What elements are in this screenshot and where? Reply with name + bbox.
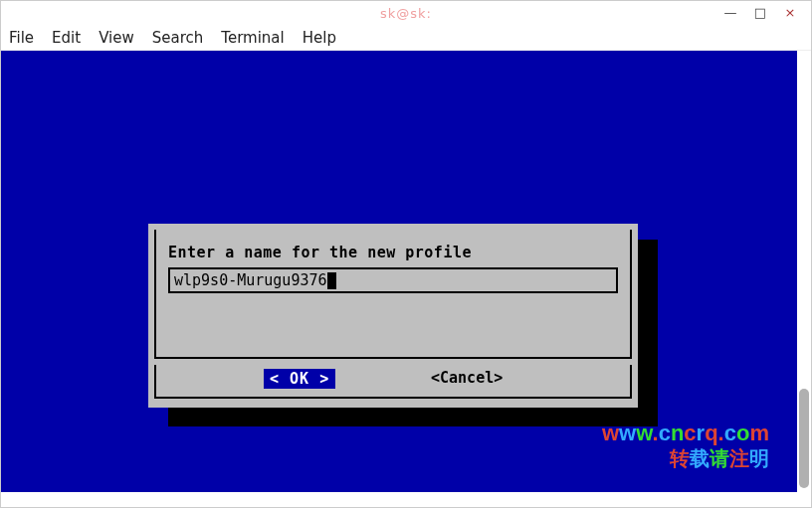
profile-name-input-value: wlp9s0-Murugu9376 bbox=[174, 271, 327, 289]
profile-name-input[interactable]: wlp9s0-Murugu9376 bbox=[168, 267, 618, 293]
dialog-button-row: < OK > <Cancel> bbox=[154, 365, 632, 399]
window-title: sk@sk: bbox=[380, 6, 432, 21]
minimize-button[interactable]: — bbox=[715, 1, 745, 23]
menu-file[interactable]: File bbox=[9, 29, 34, 47]
terminal-viewport: Enter a name for the new profile wlp9s0-… bbox=[1, 51, 797, 492]
scrollbar-thumb[interactable] bbox=[799, 389, 809, 488]
dialog-prompt: Enter a name for the new profile bbox=[168, 244, 472, 261]
ok-button[interactable]: < OK > bbox=[264, 369, 335, 389]
menu-terminal[interactable]: Terminal bbox=[221, 29, 284, 47]
text-cursor bbox=[327, 272, 336, 289]
window-controls: — □ × bbox=[715, 1, 805, 23]
maximize-button[interactable]: □ bbox=[745, 1, 775, 23]
close-button[interactable]: × bbox=[775, 1, 805, 23]
watermark-text: 转载请注明 bbox=[670, 445, 769, 472]
menu-edit[interactable]: Edit bbox=[52, 29, 81, 47]
menubar: File Edit View Search Terminal Help bbox=[1, 25, 811, 51]
vertical-scrollbar[interactable] bbox=[797, 51, 809, 492]
profile-name-dialog: Enter a name for the new profile wlp9s0-… bbox=[148, 224, 638, 408]
menu-search[interactable]: Search bbox=[152, 29, 204, 47]
menu-help[interactable]: Help bbox=[303, 29, 336, 47]
menu-view[interactable]: View bbox=[99, 29, 134, 47]
watermark-url: www.cncrq.com bbox=[602, 421, 769, 446]
cancel-button[interactable]: <Cancel> bbox=[431, 369, 503, 387]
window-titlebar: sk@sk: — □ × bbox=[1, 1, 811, 25]
